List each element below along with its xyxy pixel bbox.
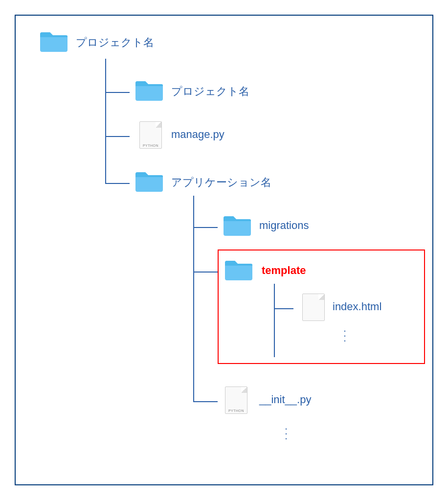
label-app: アプリケーション名 — [171, 175, 271, 190]
python-tag: PYTHON — [141, 144, 160, 147]
folder-icon-root — [39, 29, 68, 53]
tree-line — [274, 308, 293, 309]
folder-icon-template — [224, 258, 253, 281]
label-migrations: migrations — [259, 219, 309, 232]
label-template: template — [262, 264, 306, 277]
folder-icon-project — [134, 78, 164, 102]
file-icon-init-py: PYTHON — [225, 386, 247, 414]
tree-line — [105, 136, 130, 137]
tree-line — [193, 401, 218, 402]
ellipsis-dots: ··· — [284, 426, 289, 440]
file-icon-manage-py: PYTHON — [139, 121, 162, 149]
diagram-container: プロジェクト名 プロジェクト名 PYTHON manage.py アプリケーショ… — [0, 0, 448, 500]
tree-line — [105, 183, 130, 184]
tree-line — [105, 92, 130, 93]
ellipsis-dots: ··· — [342, 328, 347, 342]
tree-line — [193, 227, 218, 228]
label-project: プロジェクト名 — [171, 84, 249, 99]
file-icon-index-html — [302, 294, 325, 321]
tree-line — [105, 59, 106, 183]
label-index-html: index.html — [333, 300, 381, 313]
tree-line — [193, 196, 194, 401]
folder-icon-app — [134, 169, 164, 193]
folder-icon-migrations — [223, 213, 252, 237]
tree-line — [193, 272, 218, 273]
label-init-py: __init__.py — [259, 393, 311, 406]
label-root: プロジェクト名 — [76, 35, 154, 50]
label-manage-py: manage.py — [171, 128, 224, 141]
tree-line — [274, 284, 275, 357]
python-tag: PYTHON — [226, 409, 246, 412]
